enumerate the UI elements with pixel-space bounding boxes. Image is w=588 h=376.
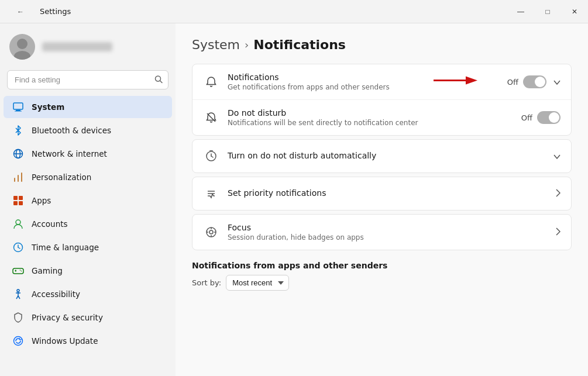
notifications-right: Off: [507, 75, 561, 88]
turn-on-dnd-row[interactable]: Turn on do not disturb automatically: [192, 140, 571, 173]
sidebar-item-personalization[interactable]: Personalization: [4, 166, 172, 188]
do-not-disturb-off-label: Off: [521, 113, 532, 122]
accounts-icon: [12, 218, 25, 230]
svg-point-41: [209, 230, 213, 234]
notifications-title: Notifications: [228, 73, 507, 82]
do-not-disturb-row[interactable]: Do not disturb Notifications will be sen…: [192, 100, 571, 135]
bell-icon: [203, 74, 219, 90]
sidebar-label-personalization: Personalization: [32, 173, 91, 182]
svg-point-31: [14, 337, 23, 346]
priority-notifications-text: Set priority notifications: [228, 188, 556, 199]
sidebar-item-gaming[interactable]: Gaming: [4, 260, 172, 282]
bluetooth-icon: [12, 124, 25, 137]
focus-row[interactable]: Focus Session duration, hide badges on a…: [192, 215, 571, 250]
sidebar-item-bluetooth[interactable]: Bluetooth & devices: [4, 119, 172, 142]
do-not-disturb-toggle[interactable]: [537, 111, 561, 124]
svg-rect-4: [13, 103, 23, 109]
gaming-icon: [12, 264, 25, 277]
back-button[interactable]: ←: [7, 0, 34, 23]
sidebar-label-gaming: Gaming: [32, 266, 63, 275]
sidebar-item-system[interactable]: System: [4, 96, 172, 118]
sidebar-label-privacy: Privacy & security: [32, 313, 103, 322]
priority-notifications-right: [556, 189, 561, 199]
titlebar: ← Settings — □ ✕: [0, 0, 588, 23]
focus-card: Focus Session duration, hide badges on a…: [192, 214, 572, 250]
focus-arrow[interactable]: [556, 227, 561, 237]
do-not-disturb-icon: [203, 109, 219, 126]
turn-on-dnd-text: Turn on do not disturb automatically: [228, 151, 551, 161]
sort-select[interactable]: Most recent Name: [226, 275, 289, 291]
sidebar-item-accessibility[interactable]: Accessibility: [4, 283, 172, 305]
sidebar-label-bluetooth: Bluetooth & devices: [32, 126, 111, 135]
sidebar-label-apps: Apps: [32, 196, 51, 205]
notifications-card: Notifications Get notifications from app…: [192, 64, 572, 136]
svg-point-25: [21, 271, 22, 272]
minimize-button[interactable]: —: [507, 0, 534, 23]
titlebar-left: ← Settings: [7, 0, 71, 23]
update-icon: [12, 334, 25, 347]
svg-line-3: [160, 81, 163, 83]
focus-title: Focus: [228, 223, 556, 232]
svg-rect-13: [13, 196, 18, 200]
personalization-icon: [12, 171, 25, 184]
network-icon: [12, 147, 25, 160]
notifications-setting-row[interactable]: Notifications Get notifications from app…: [192, 64, 571, 100]
sort-label: Sort by:: [192, 278, 221, 287]
username-blurred: [42, 42, 112, 51]
sort-row: Sort by: Most recent Name: [192, 275, 572, 291]
avatar: [9, 34, 35, 60]
sidebar-item-accounts[interactable]: Accounts: [4, 213, 172, 235]
turn-on-dnd-title: Turn on do not disturb automatically: [228, 151, 551, 160]
sidebar-label-time: Time & language: [32, 243, 99, 252]
svg-line-37: [211, 156, 213, 157]
search-input[interactable]: [7, 70, 169, 89]
privacy-icon: [12, 311, 25, 324]
breadcrumb: System › Notifications: [192, 37, 572, 52]
svg-line-20: [18, 247, 20, 249]
sidebar: System Bluetooth & devices: [0, 23, 176, 376]
notifications-expand-icon[interactable]: [553, 77, 561, 87]
svg-point-24: [20, 270, 21, 271]
priority-notifications-card: Set priority notifications: [192, 177, 572, 211]
sidebar-label-accounts: Accounts: [32, 219, 68, 229]
sidebar-label-update: Windows Update: [32, 336, 98, 346]
notifications-desc: Get notifications from apps and other se…: [228, 83, 507, 91]
time-icon: [12, 241, 25, 254]
notifications-toggle[interactable]: [523, 75, 546, 88]
breadcrumb-parent[interactable]: System: [192, 37, 240, 52]
notifications-off-label: Off: [507, 78, 518, 87]
maximize-button[interactable]: □: [534, 0, 561, 23]
sidebar-label-system: System: [32, 102, 64, 112]
focus-desc: Session duration, hide badges on apps: [228, 233, 556, 242]
turn-on-dnd-expand-icon[interactable]: [553, 151, 561, 161]
sidebar-item-time[interactable]: Time & language: [4, 236, 172, 258]
focus-right: [556, 227, 561, 237]
section-header-apps: Notifications from apps and other sender…: [192, 261, 572, 270]
sidebar-item-apps[interactable]: Apps: [4, 189, 172, 212]
sidebar-user: [0, 23, 176, 68]
do-not-disturb-desc: Notifications will be sent directly to n…: [228, 119, 521, 127]
titlebar-controls: — □ ✕: [507, 0, 588, 23]
turn-on-dnd-right: [551, 151, 561, 161]
close-button[interactable]: ✕: [561, 0, 588, 23]
do-not-disturb-title: Do not disturb: [228, 108, 521, 118]
sidebar-nav: System Bluetooth & devices: [0, 95, 176, 353]
sidebar-label-accessibility: Accessibility: [32, 289, 80, 299]
sidebar-item-network[interactable]: Network & internet: [4, 143, 172, 165]
notifications-text: Notifications Get notifications from app…: [228, 73, 507, 91]
apps-icon: [12, 194, 25, 207]
sidebar-item-update[interactable]: Windows Update: [4, 330, 172, 352]
svg-rect-14: [19, 196, 23, 200]
priority-notifications-arrow[interactable]: [556, 189, 561, 199]
svg-rect-10: [14, 178, 15, 182]
system-icon: [12, 101, 25, 113]
priority-icon: [203, 185, 219, 202]
priority-notifications-row[interactable]: Set priority notifications: [192, 177, 571, 210]
search-container: [7, 70, 169, 89]
search-icon: [154, 75, 163, 85]
do-not-disturb-text: Do not disturb Notifications will be sen…: [228, 108, 521, 127]
sidebar-item-privacy[interactable]: Privacy & security: [4, 306, 172, 329]
svg-point-26: [17, 289, 19, 292]
svg-point-0: [17, 39, 27, 49]
focus-text: Focus Session duration, hide badges on a…: [228, 223, 556, 242]
